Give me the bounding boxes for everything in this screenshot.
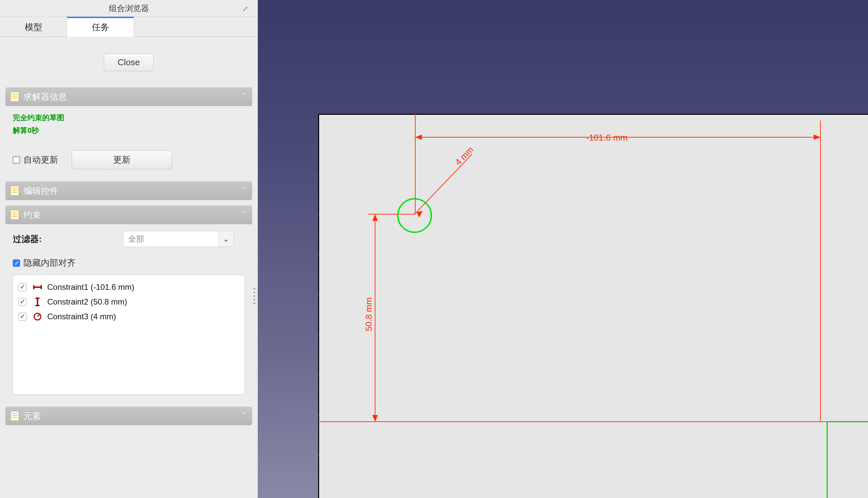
section-constraints-title: 约束 (24, 209, 41, 221)
hide-internal-checkbox[interactable]: 隐藏内部对齐 (13, 257, 76, 269)
section-constraints-body: 过滤器: 全部 ⌄ 隐藏内部对齐 Co (5, 224, 252, 401)
chevron-up-icon: ˄ (243, 412, 246, 420)
svg-marker-28 (372, 214, 378, 221)
svg-marker-25 (417, 211, 423, 218)
constraint-label: Constraint1 (-101.6 mm) (47, 283, 134, 292)
tab-bar: 模型 任务 (0, 17, 258, 37)
filter-value: 全部 (128, 234, 144, 244)
hide-internal-label: 隐藏内部对齐 (24, 257, 76, 269)
dimension-vertical[interactable]: 50.8 mm (364, 214, 415, 422)
document-icon (11, 411, 19, 421)
chevron-down-icon: ⌄ (218, 231, 233, 247)
section-edit: 编辑控件 ˄ (5, 181, 252, 200)
chevron-up-icon: ˄ (243, 186, 246, 195)
constraint-list: Constraint1 (-101.6 mm) Constraint2 (50.… (13, 275, 245, 395)
svg-marker-29 (372, 415, 378, 422)
checkbox-checked-icon (13, 259, 20, 267)
checkbox-checked-icon[interactable] (18, 298, 26, 306)
chevron-up-icon: ˄ (243, 210, 246, 219)
combo-browser-panel: 组合浏览器 ⤢ 模型 任务 Close 求解器信息 ˄ 完全约束的草图 解算0秒 (0, 0, 258, 498)
svg-marker-21 (415, 134, 422, 140)
section-elements-head[interactable]: 元素 ˄ (5, 407, 252, 425)
sketch-overlay: -101.6 mm 4 mm 50.8 mm (258, 0, 868, 498)
dimension-radius[interactable]: 4 mm (415, 145, 475, 218)
auto-update-label: 自动更新 (24, 154, 58, 166)
panel-title: 组合浏览器 (109, 3, 149, 14)
sketch-viewport[interactable]: -101.6 mm 4 mm 50.8 mm (258, 0, 868, 498)
section-edit-title: 编辑控件 (24, 185, 58, 197)
dimension-horizontal[interactable]: -101.6 mm (415, 120, 820, 422)
svg-line-7 (38, 314, 40, 317)
checkbox-unchecked-icon (13, 156, 20, 163)
section-solver-body: 完全约束的草图 解算0秒 自动更新 更新 (5, 106, 252, 176)
tab-task[interactable]: 任务 (67, 17, 134, 37)
sketch-circle[interactable] (398, 199, 431, 232)
filter-select[interactable]: 全部 ⌄ (123, 231, 234, 247)
radius-icon (33, 312, 42, 321)
document-icon (11, 210, 19, 220)
document-icon (11, 186, 19, 195)
section-elements: 元素 ˄ (5, 407, 252, 425)
vertical-distance-icon (33, 298, 42, 306)
constraint-label: Constraint2 (50.8 mm) (47, 297, 127, 306)
expand-icon[interactable]: ⤢ (243, 5, 248, 13)
document-icon (11, 92, 19, 101)
app-root: 组合浏览器 ⤢ 模型 任务 Close 求解器信息 ˄ 完全约束的草图 解算0秒 (0, 0, 868, 498)
solver-status-time: 解算0秒 (13, 126, 245, 135)
checkbox-checked-icon[interactable] (18, 283, 26, 291)
svg-marker-22 (814, 134, 820, 140)
dim-r-label: 4 mm (453, 145, 476, 167)
constraint-row[interactable]: Constraint2 (50.8 mm) (16, 294, 241, 309)
update-button[interactable]: 更新 (72, 150, 172, 169)
section-constraints: 约束 ˄ 过滤器: 全部 ⌄ 隐藏内部对齐 (5, 206, 252, 401)
section-solver-head[interactable]: 求解器信息 ˄ (5, 87, 252, 106)
constraint-label: Constraint3 (4 mm) (47, 312, 116, 321)
filter-label: 过滤器: (13, 233, 123, 245)
auto-update-checkbox[interactable]: 自动更新 (13, 154, 58, 166)
panel-titlebar: 组合浏览器 ⤢ (0, 0, 258, 17)
constraint-row[interactable]: Constraint3 (4 mm) (16, 309, 241, 324)
section-elements-title: 元素 (24, 410, 41, 422)
constraint-row[interactable]: Constraint1 (-101.6 mm) (16, 280, 241, 294)
section-constraints-head[interactable]: 约束 ˄ (5, 206, 252, 224)
tab-task-label: 任务 (92, 22, 109, 33)
horizontal-distance-icon (33, 284, 42, 290)
close-row: Close (0, 37, 258, 85)
dim-h-label: -101.6 mm (586, 132, 627, 143)
close-button[interactable]: Close (104, 54, 153, 71)
chevron-up-icon: ˄ (243, 92, 246, 101)
dim-v-label: 50.8 mm (364, 298, 374, 331)
section-solver: 求解器信息 ˄ 完全约束的草图 解算0秒 自动更新 更新 (5, 87, 252, 176)
section-edit-head[interactable]: 编辑控件 ˄ (5, 181, 252, 200)
checkbox-checked-icon[interactable] (18, 313, 26, 320)
section-solver-title: 求解器信息 (24, 91, 67, 103)
solver-status-constrained: 完全约束的草图 (13, 113, 245, 123)
tab-model-label: 模型 (25, 22, 42, 33)
tab-model[interactable]: 模型 (0, 17, 67, 37)
